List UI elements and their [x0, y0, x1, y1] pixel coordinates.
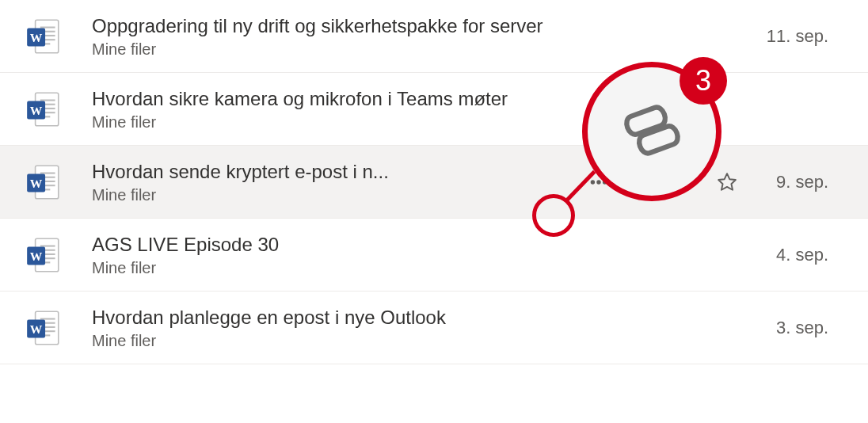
- file-row[interactable]: W Hvordan sende kryptert e-post i n... M…: [0, 146, 868, 219]
- svg-point-25: [597, 181, 600, 183]
- file-row[interactable]: W Hvordan sikre kamera og mikrofon i Tea…: [0, 73, 868, 146]
- svg-rect-1: [40, 26, 55, 28]
- file-location: Mine filer: [92, 113, 584, 131]
- file-title: Hvordan planlegge en epost i nye Outlook: [92, 305, 584, 330]
- svg-marker-27: [718, 173, 736, 190]
- file-info: Hvordan planlegge en epost i nye Outlook…: [92, 305, 584, 349]
- favorite-button[interactable]: [713, 168, 741, 196]
- file-row[interactable]: W Oppgradering til ny drift og sikkerhet…: [0, 0, 868, 73]
- word-document-icon: W: [24, 235, 63, 275]
- svg-text:W: W: [30, 104, 43, 117]
- svg-rect-17: [40, 172, 55, 173]
- word-document-icon: W: [24, 162, 63, 202]
- file-location: Mine filer: [92, 186, 584, 204]
- svg-rect-37: [40, 318, 55, 319]
- file-info: Hvordan sikre kamera og mikrofon i Teams…: [92, 86, 584, 131]
- file-title: AGS LIVE Episode 30: [92, 232, 584, 257]
- svg-point-26: [603, 181, 606, 183]
- file-date: 11. sep.: [765, 26, 852, 47]
- file-info: Hvordan sende kryptert e-post i n... Min…: [92, 159, 584, 204]
- file-location: Mine filer: [92, 259, 584, 277]
- word-document-icon: W: [24, 90, 63, 129]
- svg-point-24: [592, 181, 594, 183]
- copilot-button[interactable]: [670, 168, 699, 196]
- file-date: 3. sep.: [765, 318, 852, 338]
- file-row[interactable]: W AGS LIVE Episode 30 Mine filer 4. sep.: [0, 219, 868, 292]
- svg-text:W: W: [30, 31, 43, 44]
- file-title: Hvordan sende kryptert e-post i n...: [92, 159, 424, 184]
- svg-rect-29: [40, 245, 55, 246]
- file-location: Mine filer: [92, 40, 584, 59]
- svg-rect-9: [40, 99, 55, 101]
- more-actions-button[interactable]: [584, 168, 613, 196]
- share-button[interactable]: [627, 168, 656, 196]
- file-location: Mine filer: [92, 332, 584, 350]
- svg-text:W: W: [30, 250, 43, 263]
- svg-text:W: W: [30, 177, 43, 190]
- file-date: 4. sep.: [765, 245, 852, 265]
- file-info: AGS LIVE Episode 30 Mine filer: [92, 232, 584, 276]
- word-document-icon: W: [24, 17, 63, 56]
- file-actions: [584, 168, 741, 196]
- file-row[interactable]: W Hvordan planlegge en epost i nye Outlo…: [0, 292, 868, 364]
- file-title: Oppgradering til ny drift og sikkerhetsp…: [92, 13, 584, 38]
- word-document-icon: W: [24, 308, 63, 348]
- file-title: Hvordan sikre kamera og mikrofon i Teams…: [92, 86, 584, 111]
- file-list: W Oppgradering til ny drift og sikkerhet…: [0, 0, 868, 364]
- file-date: 9. sep.: [765, 172, 852, 192]
- file-info: Oppgradering til ny drift og sikkerhetsp…: [92, 13, 584, 58]
- svg-text:W: W: [30, 322, 43, 336]
